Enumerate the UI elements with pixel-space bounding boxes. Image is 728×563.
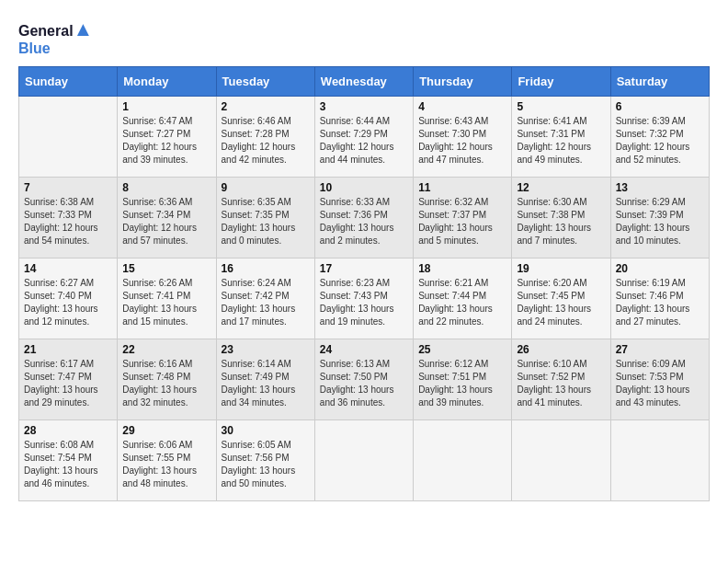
day-info: Sunrise: 6:46 AMSunset: 7:28 PMDaylight:… (222, 115, 310, 167)
calendar: SundayMondayTuesdayWednesdayThursdayFrid… (18, 66, 710, 501)
calendar-cell: 4Sunrise: 6:43 AMSunset: 7:30 PMDaylight… (414, 96, 512, 177)
calendar-cell: 11Sunrise: 6:32 AMSunset: 7:37 PMDayligh… (414, 177, 512, 258)
day-info: Sunrise: 6:20 AMSunset: 7:45 PMDaylight:… (517, 277, 605, 328)
calendar-cell: 1Sunrise: 6:47 AMSunset: 7:27 PMDaylight… (118, 96, 216, 177)
calendar-cell: 12Sunrise: 6:30 AMSunset: 7:38 PMDayligh… (512, 177, 610, 258)
day-info: Sunrise: 6:05 AMSunset: 7:56 PMDaylight:… (222, 439, 310, 490)
days-of-week-row: SundayMondayTuesdayWednesdayThursdayFrid… (19, 66, 710, 96)
day-number: 25 (418, 343, 506, 356)
day-number: 29 (122, 424, 210, 437)
week-row-5: 28Sunrise: 6:08 AMSunset: 7:54 PMDayligh… (19, 419, 710, 500)
week-row-4: 21Sunrise: 6:17 AMSunset: 7:47 PMDayligh… (19, 339, 710, 419)
calendar-cell: 22Sunrise: 6:16 AMSunset: 7:48 PMDayligh… (118, 339, 216, 419)
day-info: Sunrise: 6:26 AMSunset: 7:41 PMDaylight:… (122, 277, 210, 328)
day-number: 13 (616, 181, 704, 194)
calendar-cell: 18Sunrise: 6:21 AMSunset: 7:44 PMDayligh… (414, 258, 512, 339)
day-number: 14 (24, 262, 112, 275)
calendar-cell: 30Sunrise: 6:05 AMSunset: 7:56 PMDayligh… (216, 419, 314, 500)
calendar-cell: 5Sunrise: 6:41 AMSunset: 7:31 PMDaylight… (512, 96, 610, 177)
day-number: 9 (222, 181, 310, 194)
day-number: 17 (320, 262, 408, 275)
day-number: 22 (122, 343, 210, 356)
logo-text: General▲ Blue (18, 18, 93, 57)
calendar-cell: 23Sunrise: 6:14 AMSunset: 7:49 PMDayligh… (216, 339, 314, 419)
calendar-cell: 14Sunrise: 6:27 AMSunset: 7:40 PMDayligh… (19, 258, 118, 339)
calendar-cell (512, 419, 610, 500)
calendar-cell (19, 96, 118, 177)
day-number: 12 (517, 181, 605, 194)
day-of-week-saturday: Saturday (610, 66, 709, 96)
day-info: Sunrise: 6:41 AMSunset: 7:31 PMDaylight:… (517, 115, 605, 167)
day-number: 15 (122, 262, 210, 275)
day-number: 23 (222, 343, 310, 356)
day-info: Sunrise: 6:14 AMSunset: 7:49 PMDaylight:… (222, 358, 310, 409)
day-number: 21 (24, 343, 112, 356)
day-number: 7 (24, 181, 112, 194)
day-of-week-friday: Friday (512, 66, 610, 96)
header: General▲ Blue (18, 18, 710, 57)
day-info: Sunrise: 6:10 AMSunset: 7:52 PMDaylight:… (517, 358, 605, 409)
day-info: Sunrise: 6:32 AMSunset: 7:37 PMDaylight:… (418, 196, 506, 247)
week-row-2: 7Sunrise: 6:38 AMSunset: 7:33 PMDaylight… (19, 177, 710, 258)
day-of-week-wednesday: Wednesday (314, 66, 413, 96)
day-number: 3 (320, 100, 408, 113)
day-number: 11 (418, 181, 506, 194)
calendar-cell: 20Sunrise: 6:19 AMSunset: 7:46 PMDayligh… (610, 258, 709, 339)
calendar-cell: 7Sunrise: 6:38 AMSunset: 7:33 PMDaylight… (19, 177, 118, 258)
day-info: Sunrise: 6:36 AMSunset: 7:34 PMDaylight:… (122, 196, 210, 247)
day-info: Sunrise: 6:19 AMSunset: 7:46 PMDaylight:… (616, 277, 704, 328)
day-number: 24 (320, 343, 408, 356)
day-info: Sunrise: 6:13 AMSunset: 7:50 PMDaylight:… (320, 358, 408, 409)
day-info: Sunrise: 6:21 AMSunset: 7:44 PMDaylight:… (418, 277, 506, 328)
calendar-cell: 2Sunrise: 6:46 AMSunset: 7:28 PMDaylight… (216, 96, 314, 177)
week-row-3: 14Sunrise: 6:27 AMSunset: 7:40 PMDayligh… (19, 258, 710, 339)
calendar-cell (414, 419, 512, 500)
day-info: Sunrise: 6:38 AMSunset: 7:33 PMDaylight:… (24, 196, 112, 247)
day-info: Sunrise: 6:08 AMSunset: 7:54 PMDaylight:… (24, 439, 112, 490)
day-info: Sunrise: 6:35 AMSunset: 7:35 PMDaylight:… (222, 196, 310, 247)
day-of-week-monday: Monday (118, 66, 216, 96)
day-info: Sunrise: 6:12 AMSunset: 7:51 PMDaylight:… (418, 358, 506, 409)
calendar-cell: 19Sunrise: 6:20 AMSunset: 7:45 PMDayligh… (512, 258, 610, 339)
day-info: Sunrise: 6:09 AMSunset: 7:53 PMDaylight:… (616, 358, 704, 409)
day-info: Sunrise: 6:16 AMSunset: 7:48 PMDaylight:… (122, 358, 210, 409)
day-info: Sunrise: 6:29 AMSunset: 7:39 PMDaylight:… (616, 196, 704, 247)
day-number: 2 (222, 100, 310, 113)
calendar-cell: 6Sunrise: 6:39 AMSunset: 7:32 PMDaylight… (610, 96, 709, 177)
calendar-cell (610, 419, 709, 500)
calendar-cell: 8Sunrise: 6:36 AMSunset: 7:34 PMDaylight… (118, 177, 216, 258)
day-info: Sunrise: 6:24 AMSunset: 7:42 PMDaylight:… (222, 277, 310, 328)
calendar-cell: 26Sunrise: 6:10 AMSunset: 7:52 PMDayligh… (512, 339, 610, 419)
day-info: Sunrise: 6:47 AMSunset: 7:27 PMDaylight:… (122, 115, 210, 167)
day-number: 5 (517, 100, 605, 113)
day-info: Sunrise: 6:44 AMSunset: 7:29 PMDaylight:… (320, 115, 408, 167)
calendar-cell: 17Sunrise: 6:23 AMSunset: 7:43 PMDayligh… (314, 258, 413, 339)
day-info: Sunrise: 6:33 AMSunset: 7:36 PMDaylight:… (320, 196, 408, 247)
day-number: 8 (122, 181, 210, 194)
day-number: 4 (418, 100, 506, 113)
calendar-header: SundayMondayTuesdayWednesdayThursdayFrid… (19, 66, 710, 96)
calendar-cell (314, 419, 413, 500)
calendar-cell: 13Sunrise: 6:29 AMSunset: 7:39 PMDayligh… (610, 177, 709, 258)
day-number: 30 (222, 424, 310, 437)
calendar-body: 1Sunrise: 6:47 AMSunset: 7:27 PMDaylight… (19, 96, 710, 500)
day-number: 1 (122, 100, 210, 113)
day-info: Sunrise: 6:30 AMSunset: 7:38 PMDaylight:… (517, 196, 605, 247)
day-number: 20 (616, 262, 704, 275)
day-number: 28 (24, 424, 112, 437)
day-number: 16 (222, 262, 310, 275)
day-of-week-sunday: Sunday (19, 66, 118, 96)
day-of-week-tuesday: Tuesday (216, 66, 314, 96)
calendar-cell: 24Sunrise: 6:13 AMSunset: 7:50 PMDayligh… (314, 339, 413, 419)
calendar-cell: 10Sunrise: 6:33 AMSunset: 7:36 PMDayligh… (314, 177, 413, 258)
day-info: Sunrise: 6:17 AMSunset: 7:47 PMDaylight:… (24, 358, 112, 409)
calendar-cell: 15Sunrise: 6:26 AMSunset: 7:41 PMDayligh… (118, 258, 216, 339)
calendar-cell: 3Sunrise: 6:44 AMSunset: 7:29 PMDaylight… (314, 96, 413, 177)
day-number: 27 (616, 343, 704, 356)
day-info: Sunrise: 6:23 AMSunset: 7:43 PMDaylight:… (320, 277, 408, 328)
calendar-cell: 29Sunrise: 6:06 AMSunset: 7:55 PMDayligh… (118, 419, 216, 500)
day-number: 19 (517, 262, 605, 275)
day-info: Sunrise: 6:06 AMSunset: 7:55 PMDaylight:… (122, 439, 210, 490)
day-number: 10 (320, 181, 408, 194)
calendar-cell: 9Sunrise: 6:35 AMSunset: 7:35 PMDaylight… (216, 177, 314, 258)
